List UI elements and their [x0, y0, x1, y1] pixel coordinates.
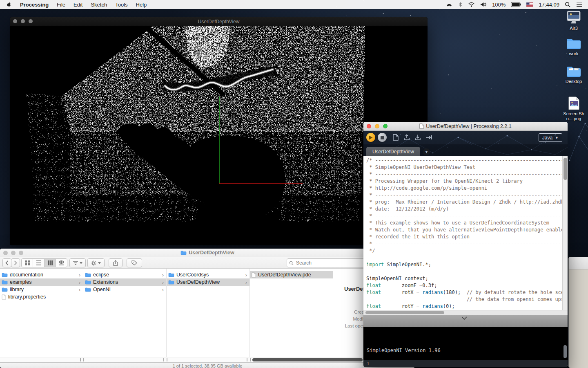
- close-button[interactable]: [13, 19, 17, 23]
- close-button[interactable]: [367, 124, 371, 128]
- code-line: import SimpleOpenNI.*;: [366, 261, 562, 268]
- close-button[interactable]: [3, 251, 8, 255]
- finder-item-label: UserDefDepthView: [176, 279, 243, 285]
- finder-item[interactable]: UserDefDepthView.pde: [250, 271, 333, 278]
- scrollbar-thumb[interactable]: [252, 358, 363, 361]
- menu-help[interactable]: Help: [136, 2, 147, 8]
- finder-item[interactable]: eclipse›: [83, 271, 166, 278]
- scrollbar-thumb[interactable]: [564, 345, 567, 358]
- menu-file[interactable]: File: [57, 2, 65, 8]
- finder-window-title: UserDefDepthView: [189, 250, 234, 256]
- background-window-titlebar[interactable]: [569, 257, 588, 269]
- mode-selector[interactable]: Java ▼: [539, 133, 562, 142]
- view-list-button[interactable]: [33, 259, 45, 267]
- export-sketch-button[interactable]: [424, 133, 433, 142]
- console-collapse-icon[interactable]: [461, 316, 467, 320]
- volume-icon[interactable]: [480, 2, 487, 7]
- new-sketch-button[interactable]: [391, 133, 400, 142]
- desktop-icon-desktop[interactable]: Desktop: [561, 65, 587, 84]
- back-button[interactable]: [2, 258, 11, 267]
- console[interactable]: SimpleOpenNI Version 1.96: [363, 327, 568, 360]
- code-lines[interactable]: /* -------------------------------------…: [363, 156, 562, 310]
- tab-menu-button[interactable]: ▼: [423, 148, 430, 155]
- bluetooth-icon[interactable]: [458, 1, 463, 8]
- forward-button[interactable]: [11, 258, 20, 267]
- tags-button[interactable]: [127, 258, 142, 267]
- chevron-right-icon: ›: [79, 287, 81, 292]
- zoom-button[interactable]: [19, 251, 23, 255]
- code-line: * --------------------------------------…: [366, 171, 562, 178]
- input-source-flag-icon[interactable]: [526, 2, 533, 7]
- arrange-button[interactable]: [69, 258, 86, 267]
- notification-center-icon[interactable]: [576, 2, 582, 7]
- code-editor[interactable]: /* -------------------------------------…: [363, 156, 568, 310]
- column-resize-handle[interactable]: [80, 358, 84, 361]
- finder-item[interactable]: Extensions›: [83, 278, 166, 286]
- menu-edit[interactable]: Edit: [74, 2, 82, 8]
- menu-sketch[interactable]: Sketch: [91, 2, 107, 8]
- zoom-button[interactable]: [383, 124, 388, 128]
- open-sketch-button[interactable]: [402, 133, 411, 142]
- view-icons-button[interactable]: [22, 259, 33, 267]
- action-gear-button[interactable]: [87, 258, 105, 267]
- scrollbar-thumb[interactable]: [564, 158, 567, 180]
- desktop-icon-label: Screen Sho....png: [561, 111, 587, 121]
- code-line: SimpleOpenNI context;: [366, 275, 562, 282]
- wifi-icon[interactable]: [468, 2, 475, 7]
- run-button[interactable]: [366, 133, 375, 142]
- editor-horizontal-scrollbar[interactable]: [363, 310, 568, 315]
- window-controls[interactable]: [3, 251, 23, 255]
- finder-item[interactable]: UserCoordsys›: [167, 271, 249, 278]
- code-line: * --------------------------------------…: [366, 213, 562, 220]
- horizontal-scrollbar[interactable]: [0, 357, 415, 362]
- background-window[interactable]: [568, 257, 588, 368]
- sketch-titlebar[interactable]: UserDefDepthView: [10, 17, 428, 26]
- column-resize-handle[interactable]: [247, 358, 251, 361]
- spotlight-icon[interactable]: [565, 2, 571, 8]
- minimize-button[interactable]: [21, 19, 25, 23]
- finder-column-2: eclipse›Extensions›OpenNI›: [83, 269, 167, 357]
- editor-vertical-scrollbar[interactable]: [562, 156, 568, 310]
- minimize-button[interactable]: [375, 124, 379, 128]
- finder-item-label: eclipse: [93, 272, 160, 278]
- window-controls[interactable]: [367, 124, 388, 128]
- menubar-clock[interactable]: 17:44:09: [539, 2, 559, 8]
- apple-menu-icon[interactable]: [6, 1, 12, 8]
- finder-item[interactable]: examples›: [0, 278, 83, 286]
- code-line: // the data from openni comes upside dow…: [366, 296, 562, 303]
- view-coverflow-button[interactable]: [56, 259, 67, 267]
- phone-icon[interactable]: [446, 1, 452, 8]
- save-sketch-button[interactable]: [413, 133, 422, 142]
- desktop-icon-air3[interactable]: Air3: [561, 11, 587, 31]
- finder-titlebar[interactable]: UserDefDepthView: [0, 249, 415, 257]
- folder-icon: [168, 280, 174, 285]
- finder-item[interactable]: OpenNI›: [83, 286, 166, 293]
- stop-button[interactable]: [378, 133, 387, 142]
- processing-titlebar[interactable]: UserDefDepthView | Processing 2.2.1: [363, 122, 568, 131]
- minimize-button[interactable]: [11, 251, 16, 255]
- chevron-down-icon: ▼: [425, 150, 428, 154]
- desktop-icon-screenshot[interactable]: Screen Sho....png: [561, 96, 587, 121]
- share-button[interactable]: [109, 258, 122, 267]
- battery-icon[interactable]: [511, 2, 521, 7]
- finder-columns: documentation›examples›library›library.p…: [0, 269, 415, 357]
- finder-item-label: Extensions: [93, 279, 160, 285]
- menubar-app-name[interactable]: Processing: [20, 2, 49, 8]
- finder-item-label: UserDefDepthView.pde: [258, 272, 331, 278]
- finder-item[interactable]: library›: [0, 286, 83, 293]
- column-resize-handle[interactable]: [163, 358, 167, 361]
- scrollbar-thumb[interactable]: [365, 311, 444, 314]
- window-controls[interactable]: [13, 19, 33, 23]
- tab-userdefdepthview[interactable]: UserDefDepthView: [366, 147, 420, 156]
- menu-tools[interactable]: Tools: [115, 2, 127, 8]
- finder-item[interactable]: library.properties: [0, 293, 83, 301]
- finder-item[interactable]: documentation›: [0, 271, 83, 278]
- line-number-indicator: 1: [367, 361, 370, 366]
- view-columns-button[interactable]: [45, 259, 56, 267]
- finder-item[interactable]: UserDefDepthView›: [167, 278, 249, 286]
- zoom-button[interactable]: [29, 19, 33, 23]
- chevron-right-icon: ›: [79, 272, 81, 278]
- chevron-right-icon: ›: [162, 287, 165, 292]
- desktop-icon-work[interactable]: work: [561, 38, 587, 56]
- document-icon: [419, 123, 424, 129]
